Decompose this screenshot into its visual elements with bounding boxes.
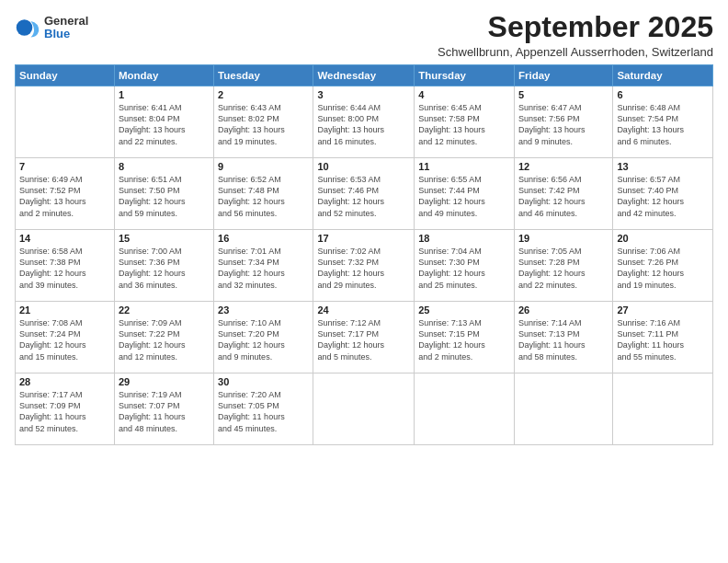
month-title: September 2025 [438, 11, 713, 43]
table-row: 28Sunrise: 7:17 AM Sunset: 7:09 PM Dayli… [16, 373, 115, 445]
day-number: 9 [218, 161, 309, 172]
day-info: Sunrise: 7:02 AM Sunset: 7:32 PM Dayligh… [317, 246, 410, 291]
day-info: Sunrise: 7:04 AM Sunset: 7:30 PM Dayligh… [418, 246, 510, 291]
col-tuesday: Tuesday [214, 65, 313, 86]
table-row: 6Sunrise: 6:48 AM Sunset: 7:54 PM Daylig… [613, 86, 713, 158]
logo-general: General [44, 15, 88, 28]
table-row: 25Sunrise: 7:13 AM Sunset: 7:15 PM Dayli… [415, 302, 515, 373]
table-row: 23Sunrise: 7:10 AM Sunset: 7:20 PM Dayli… [214, 302, 313, 373]
day-info: Sunrise: 7:19 AM Sunset: 7:07 PM Dayligh… [119, 389, 210, 434]
col-friday: Friday [514, 65, 612, 86]
day-number: 18 [418, 233, 510, 244]
title-area: September 2025 Schwellbrunn, Appenzell A… [438, 11, 713, 59]
col-saturday: Saturday [613, 65, 713, 86]
calendar-week-row: 28Sunrise: 7:17 AM Sunset: 7:09 PM Dayli… [16, 373, 713, 445]
table-row: 21Sunrise: 7:08 AM Sunset: 7:24 PM Dayli… [16, 302, 115, 373]
svg-point-0 [17, 20, 33, 37]
day-number: 6 [617, 89, 709, 100]
col-sunday: Sunday [16, 65, 115, 86]
day-info: Sunrise: 6:43 AM Sunset: 8:02 PM Dayligh… [218, 102, 309, 147]
day-info: Sunrise: 7:16 AM Sunset: 7:11 PM Dayligh… [617, 317, 709, 362]
day-info: Sunrise: 7:08 AM Sunset: 7:24 PM Dayligh… [19, 317, 110, 362]
table-row: 17Sunrise: 7:02 AM Sunset: 7:32 PM Dayli… [313, 230, 415, 302]
table-row [16, 86, 115, 158]
day-info: Sunrise: 7:14 AM Sunset: 7:13 PM Dayligh… [518, 317, 609, 362]
table-row: 2Sunrise: 6:43 AM Sunset: 8:02 PM Daylig… [214, 86, 313, 158]
day-number: 28 [19, 376, 110, 387]
table-row: 5Sunrise: 6:47 AM Sunset: 7:56 PM Daylig… [514, 86, 612, 158]
day-number: 10 [317, 161, 410, 172]
table-row: 24Sunrise: 7:12 AM Sunset: 7:17 PM Dayli… [313, 302, 415, 373]
table-row: 9Sunrise: 6:52 AM Sunset: 7:48 PM Daylig… [214, 158, 313, 230]
day-number: 5 [518, 89, 609, 100]
table-row: 26Sunrise: 7:14 AM Sunset: 7:13 PM Dayli… [514, 302, 612, 373]
col-wednesday: Wednesday [313, 65, 415, 86]
day-info: Sunrise: 7:09 AM Sunset: 7:22 PM Dayligh… [119, 317, 210, 362]
day-info: Sunrise: 6:45 AM Sunset: 7:58 PM Dayligh… [418, 102, 510, 147]
table-row [514, 373, 612, 445]
logo: General Blue [15, 15, 88, 41]
table-row: 15Sunrise: 7:00 AM Sunset: 7:36 PM Dayli… [114, 230, 213, 302]
calendar-table: Sunday Monday Tuesday Wednesday Thursday… [15, 64, 713, 445]
table-row: 10Sunrise: 6:53 AM Sunset: 7:46 PM Dayli… [313, 158, 415, 230]
day-info: Sunrise: 7:05 AM Sunset: 7:28 PM Dayligh… [518, 246, 609, 291]
page: General Blue September 2025 Schwellbrunn… [0, 0, 728, 563]
day-number: 11 [418, 161, 510, 172]
day-info: Sunrise: 6:53 AM Sunset: 7:46 PM Dayligh… [317, 174, 410, 219]
day-number: 2 [218, 89, 309, 100]
day-number: 22 [119, 304, 210, 316]
day-info: Sunrise: 6:49 AM Sunset: 7:52 PM Dayligh… [19, 174, 110, 219]
table-row [415, 373, 515, 445]
day-info: Sunrise: 6:55 AM Sunset: 7:44 PM Dayligh… [418, 174, 510, 219]
calendar-week-row: 7Sunrise: 6:49 AM Sunset: 7:52 PM Daylig… [16, 158, 713, 230]
day-number: 7 [19, 161, 110, 172]
day-info: Sunrise: 7:06 AM Sunset: 7:26 PM Dayligh… [617, 246, 709, 291]
col-thursday: Thursday [415, 65, 515, 86]
table-row: 11Sunrise: 6:55 AM Sunset: 7:44 PM Dayli… [415, 158, 515, 230]
table-row: 16Sunrise: 7:01 AM Sunset: 7:34 PM Dayli… [214, 230, 313, 302]
day-number: 27 [617, 304, 709, 316]
table-row: 19Sunrise: 7:05 AM Sunset: 7:28 PM Dayli… [514, 230, 612, 302]
table-row: 12Sunrise: 6:56 AM Sunset: 7:42 PM Dayli… [514, 158, 612, 230]
day-info: Sunrise: 6:47 AM Sunset: 7:56 PM Dayligh… [518, 102, 609, 147]
table-row: 3Sunrise: 6:44 AM Sunset: 8:00 PM Daylig… [313, 86, 415, 158]
day-number: 4 [418, 89, 510, 100]
col-monday: Monday [114, 65, 213, 86]
table-row: 29Sunrise: 7:19 AM Sunset: 7:07 PM Dayli… [114, 373, 213, 445]
table-row: 13Sunrise: 6:57 AM Sunset: 7:40 PM Dayli… [613, 158, 713, 230]
table-row: 27Sunrise: 7:16 AM Sunset: 7:11 PM Dayli… [613, 302, 713, 373]
day-number: 29 [119, 376, 210, 387]
calendar-week-row: 1Sunrise: 6:41 AM Sunset: 8:04 PM Daylig… [16, 86, 713, 158]
table-row: 18Sunrise: 7:04 AM Sunset: 7:30 PM Dayli… [415, 230, 515, 302]
table-row: 30Sunrise: 7:20 AM Sunset: 7:05 PM Dayli… [214, 373, 313, 445]
calendar-week-row: 14Sunrise: 6:58 AM Sunset: 7:38 PM Dayli… [16, 230, 713, 302]
day-info: Sunrise: 6:44 AM Sunset: 8:00 PM Dayligh… [317, 102, 410, 147]
day-info: Sunrise: 7:10 AM Sunset: 7:20 PM Dayligh… [218, 317, 309, 362]
calendar-header-row: Sunday Monday Tuesday Wednesday Thursday… [16, 65, 713, 86]
day-info: Sunrise: 6:51 AM Sunset: 7:50 PM Dayligh… [119, 174, 210, 219]
day-number: 30 [218, 376, 309, 387]
day-info: Sunrise: 6:57 AM Sunset: 7:40 PM Dayligh… [617, 174, 709, 219]
day-number: 19 [518, 233, 609, 244]
calendar-week-row: 21Sunrise: 7:08 AM Sunset: 7:24 PM Dayli… [16, 302, 713, 373]
logo-blue: Blue [44, 28, 88, 40]
table-row: 20Sunrise: 7:06 AM Sunset: 7:26 PM Dayli… [613, 230, 713, 302]
day-number: 24 [317, 304, 410, 316]
day-number: 13 [617, 161, 709, 172]
day-number: 17 [317, 233, 410, 244]
day-number: 1 [119, 89, 210, 100]
day-info: Sunrise: 6:48 AM Sunset: 7:54 PM Dayligh… [617, 102, 709, 147]
day-info: Sunrise: 7:12 AM Sunset: 7:17 PM Dayligh… [317, 317, 410, 362]
day-number: 20 [617, 233, 709, 244]
day-info: Sunrise: 7:20 AM Sunset: 7:05 PM Dayligh… [218, 389, 309, 434]
day-info: Sunrise: 6:52 AM Sunset: 7:48 PM Dayligh… [218, 174, 309, 219]
day-number: 26 [518, 304, 609, 316]
table-row [313, 373, 415, 445]
table-row: 7Sunrise: 6:49 AM Sunset: 7:52 PM Daylig… [16, 158, 115, 230]
subtitle: Schwellbrunn, Appenzell Ausserrhoden, Sw… [438, 45, 713, 59]
day-number: 3 [317, 89, 410, 100]
day-number: 8 [119, 161, 210, 172]
day-number: 15 [119, 233, 210, 244]
day-info: Sunrise: 7:13 AM Sunset: 7:15 PM Dayligh… [418, 317, 510, 362]
table-row: 8Sunrise: 6:51 AM Sunset: 7:50 PM Daylig… [114, 158, 213, 230]
